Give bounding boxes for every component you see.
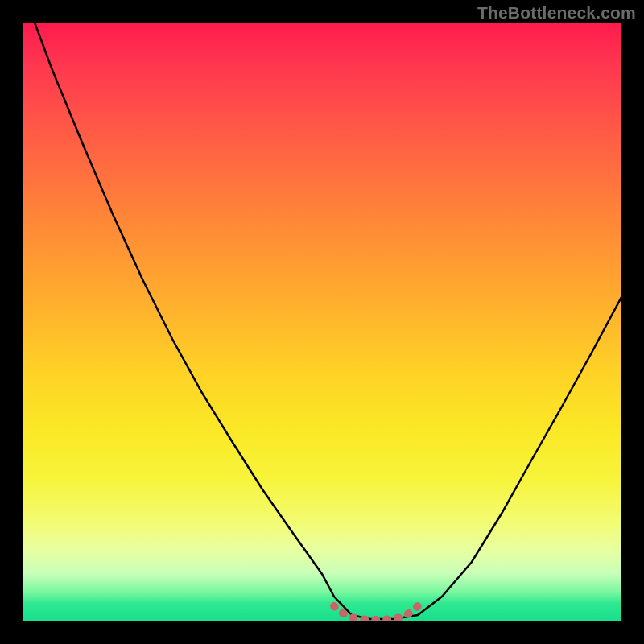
curve-layer [23,23,621,621]
bottleneck-curve [35,23,621,619]
plot-area [23,23,621,621]
watermark-text: TheBottleneck.com [477,3,636,23]
chart-frame: TheBottleneck.com [0,0,644,644]
